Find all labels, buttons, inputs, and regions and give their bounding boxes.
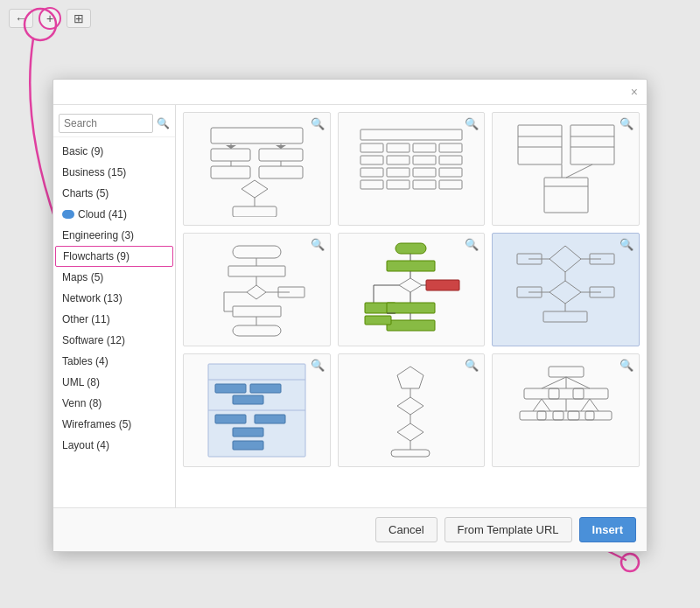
template-thumb-4[interactable]: 🔍 <box>183 233 331 346</box>
sidebar-item-other[interactable]: Other (11) <box>53 309 175 330</box>
svg-rect-69 <box>387 303 435 313</box>
thumb-content-9 <box>493 354 639 466</box>
zoom-icon-1: 🔍 <box>311 117 325 130</box>
sidebar-item-engineering[interactable]: Engineering (3) <box>53 225 175 246</box>
svg-rect-104 <box>549 367 584 377</box>
from-template-url-button[interactable]: From Template URL <box>444 517 572 542</box>
dialog-footer: Cancel From Template URL Insert <box>53 507 647 551</box>
cancel-button[interactable]: Cancel <box>375 517 437 542</box>
zoom-icon-9: 🔍 <box>620 359 634 372</box>
svg-rect-103 <box>391 450 430 457</box>
svg-rect-26 <box>439 156 462 164</box>
dialog-body: 🔍 Basic (9) Business (15) Charts (5) Clo… <box>53 105 647 507</box>
search-input[interactable] <box>59 114 153 133</box>
back-button[interactable]: ← <box>9 9 33 28</box>
category-sidebar: 🔍 Basic (9) Business (15) Charts (5) Clo… <box>53 105 176 507</box>
add-button[interactable]: + <box>38 7 61 30</box>
svg-line-107 <box>566 377 590 388</box>
svg-rect-6 <box>259 149 303 161</box>
svg-rect-18 <box>360 129 462 140</box>
template-thumb-2[interactable]: 🔍 <box>338 112 486 226</box>
svg-rect-94 <box>255 415 285 423</box>
zoom-icon-4: 🔍 <box>311 238 325 251</box>
svg-rect-57 <box>233 325 281 336</box>
sidebar-item-venn[interactable]: Venn (8) <box>53 393 175 414</box>
svg-rect-71 <box>387 320 435 331</box>
svg-rect-32 <box>387 180 410 189</box>
zoom-icon-5: 🔍 <box>465 238 479 251</box>
template-thumb-6[interactable]: 🔍 <box>492 233 640 346</box>
content-area: 🔍 <box>176 105 647 507</box>
template-thumb-3[interactable]: 🔍 <box>492 112 640 226</box>
zoom-icon-2: 🔍 <box>465 117 479 130</box>
sidebar-item-uml[interactable]: UML (8) <box>53 372 175 393</box>
svg-rect-93 <box>215 415 246 423</box>
zoom-icon-8: 🔍 <box>465 359 479 372</box>
sidebar-item-software[interactable]: Software (12) <box>53 330 175 351</box>
sidebar-item-flowcharts[interactable]: Flowcharts (9) <box>55 246 173 267</box>
thumb-content-5 <box>339 234 485 346</box>
thumb-content-4 <box>184 234 330 346</box>
sidebar-item-cloud[interactable]: Cloud (41) <box>53 204 175 225</box>
cloud-icon <box>62 210 74 219</box>
svg-marker-15 <box>242 180 268 198</box>
grid-button[interactable]: ⊞ <box>66 9 91 28</box>
svg-rect-110 <box>573 388 608 399</box>
svg-rect-24 <box>387 156 410 164</box>
svg-rect-38 <box>570 125 614 164</box>
sidebar-item-basic[interactable]: Basic (9) <box>53 141 175 162</box>
svg-point-3 <box>621 554 639 571</box>
svg-marker-62 <box>399 278 422 292</box>
thumb-content-2 <box>339 113 485 225</box>
svg-marker-13 <box>226 145 236 149</box>
toolbar: ← + ⊞ <box>9 7 91 30</box>
template-thumb-9[interactable]: 🔍 <box>492 353 640 467</box>
svg-line-112 <box>542 399 550 411</box>
svg-line-105 <box>542 377 566 388</box>
close-button[interactable]: × <box>627 83 641 101</box>
svg-rect-120 <box>585 411 612 420</box>
sidebar-item-maps[interactable]: Maps (5) <box>53 267 175 288</box>
sidebar-item-wireframes[interactable]: Wireframes (5) <box>53 414 175 435</box>
thumb-content-3 <box>493 113 639 225</box>
template-thumb-5[interactable]: 🔍 <box>338 233 486 346</box>
svg-rect-119 <box>568 411 594 420</box>
svg-rect-118 <box>553 411 579 420</box>
svg-line-114 <box>581 399 590 411</box>
svg-rect-109 <box>549 388 584 399</box>
svg-rect-27 <box>360 168 383 177</box>
sidebar-item-network[interactable]: Network (13) <box>53 288 175 309</box>
thumb-content-1 <box>184 113 330 225</box>
sidebar-item-charts[interactable]: Charts (5) <box>53 183 175 204</box>
template-thumb-7[interactable]: 🔍 <box>183 353 331 467</box>
svg-line-44 <box>566 164 592 178</box>
template-thumb-1[interactable]: 🔍 <box>183 112 331 226</box>
thumb-content-6 <box>493 234 639 346</box>
svg-rect-30 <box>439 168 462 177</box>
svg-rect-22 <box>439 143 462 152</box>
svg-rect-33 <box>413 180 436 189</box>
svg-rect-5 <box>211 149 250 161</box>
svg-rect-58 <box>396 243 426 254</box>
insert-button[interactable]: Insert <box>579 517 636 542</box>
sidebar-item-business[interactable]: Business (15) <box>53 162 175 183</box>
svg-rect-95 <box>233 428 263 437</box>
svg-rect-4 <box>211 128 303 143</box>
svg-rect-78 <box>543 311 587 322</box>
search-container: 🔍 <box>53 110 175 137</box>
svg-rect-117 <box>537 411 564 420</box>
svg-rect-29 <box>413 168 436 177</box>
thumb-content-8 <box>339 354 485 466</box>
svg-line-115 <box>590 399 598 411</box>
svg-rect-31 <box>360 180 383 189</box>
svg-rect-21 <box>413 143 436 152</box>
sidebar-item-layout[interactable]: Layout (4) <box>53 435 175 456</box>
svg-rect-17 <box>233 206 276 217</box>
sidebar-item-tables[interactable]: Tables (4) <box>53 351 175 372</box>
svg-rect-92 <box>233 395 263 404</box>
template-thumb-8[interactable]: 🔍 <box>338 353 486 467</box>
svg-line-111 <box>533 399 542 411</box>
zoom-icon-7: 🔍 <box>311 359 325 372</box>
svg-rect-8 <box>259 166 303 178</box>
svg-rect-67 <box>426 280 459 290</box>
